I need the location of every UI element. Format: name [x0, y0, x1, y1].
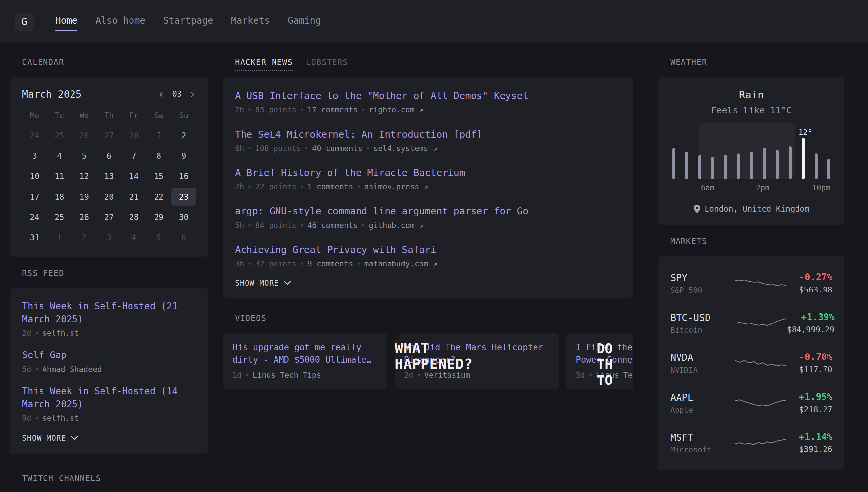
- calendar-day-selected[interactable]: 23: [172, 188, 196, 206]
- news-item-comments-link[interactable]: 1 comments: [308, 182, 353, 191]
- calendar-day[interactable]: 18: [47, 188, 72, 206]
- calendar-day[interactable]: 11: [47, 167, 72, 186]
- calendar-day[interactable]: 29: [146, 208, 171, 226]
- calendar-day[interactable]: 4: [47, 147, 72, 165]
- rss-show-more-button[interactable]: SHOW MORE: [22, 434, 78, 442]
- news-item-meta: 5h•84 points•46 comments•github.com ↗: [235, 221, 621, 229]
- calendar-day[interactable]: 25: [47, 208, 72, 226]
- calendar-day[interactable]: 6: [97, 147, 121, 165]
- calendar-day[interactable]: 5: [146, 228, 171, 247]
- news-item-source-link[interactable]: asimov.press ↗: [364, 182, 428, 191]
- calendar-day[interactable]: 3: [22, 147, 47, 165]
- rss-item-title-link[interactable]: This Week in Self-Hosted (14 March 2025): [22, 385, 196, 411]
- calendar-day[interactable]: 3: [97, 228, 121, 247]
- weather-location: London, United Kingdom: [670, 204, 833, 214]
- calendar-controls: ‹ 03 ›: [158, 88, 196, 100]
- calendar-next-icon[interactable]: ›: [189, 88, 196, 100]
- calendar-day[interactable]: 22: [146, 188, 171, 206]
- calendar-day[interactable]: 28: [122, 126, 146, 145]
- rss-item-meta: 5d•Ahmad Shadeed: [22, 365, 196, 374]
- markets-section-title: MARKETS: [670, 237, 844, 246]
- weather-feels-like: Feels like 11°C: [670, 105, 833, 116]
- tab-lobsters[interactable]: LOBSTERS: [306, 58, 348, 71]
- news-item-title-link[interactable]: argp: GNU-style command line argument pa…: [235, 205, 621, 217]
- video-channel[interactable]: Linus Tech Tips: [253, 371, 321, 379]
- news-item-comments-link[interactable]: 17 comments: [308, 105, 358, 114]
- news-item-source-link[interactable]: sel4.systems ↗: [373, 144, 437, 153]
- calendar-day[interactable]: 1: [47, 228, 72, 247]
- news-item-source-link[interactable]: righto.com ↗: [369, 105, 423, 114]
- news-item-source-link[interactable]: github.com ↗: [369, 221, 423, 229]
- market-row[interactable]: AAPL Apple +1.95% $218.27: [670, 383, 833, 423]
- calendar-day[interactable]: 12: [72, 167, 97, 186]
- meta-separator: •: [365, 144, 370, 153]
- nav-tab-home[interactable]: Home: [55, 12, 77, 31]
- calendar-day[interactable]: 31: [22, 228, 47, 247]
- rss-item-title-link[interactable]: Self Gap: [22, 348, 196, 362]
- app-logo[interactable]: G: [15, 13, 34, 31]
- market-row[interactable]: BTC-USD Bitcoin +1.39% $84,999.29: [670, 303, 833, 343]
- calendar-day[interactable]: 14: [122, 167, 146, 186]
- weather-widget: Rain Feels like 11°C 12° 6am2pm10pm Lond…: [658, 77, 844, 225]
- calendar-day[interactable]: 21: [122, 188, 146, 206]
- news-item-title-link[interactable]: Achieving Great Privacy with Safari: [235, 244, 621, 255]
- video-title-link[interactable]: His upgrade got me really dirty - AMD $5…: [232, 341, 378, 366]
- calendar-day[interactable]: 10: [22, 167, 47, 186]
- weather-temp-bar: [698, 155, 701, 179]
- calendar-day[interactable]: 6: [172, 228, 196, 247]
- market-row[interactable]: MSFT Microsoft +1.14% $391.26: [670, 423, 833, 463]
- nav-tab-startpage[interactable]: Startpage: [163, 12, 213, 31]
- calendar-day[interactable]: 7: [122, 147, 146, 165]
- calendar-section-title: CALENDAR: [22, 58, 208, 67]
- news-item-title-link[interactable]: A USB Interface to the "Mother of All De…: [235, 90, 621, 102]
- calendar-day[interactable]: 2: [172, 126, 196, 145]
- calendar-day[interactable]: 30: [172, 208, 196, 226]
- calendar-day[interactable]: 28: [122, 208, 146, 226]
- weather-temp-bar: [724, 155, 727, 179]
- news-item-source-link[interactable]: matanabudy.com ↗: [364, 260, 437, 268]
- calendar-day[interactable]: 27: [97, 126, 121, 145]
- calendar-day[interactable]: 9: [172, 147, 196, 165]
- weather-temp-bar: [815, 153, 818, 179]
- meta-separator: •: [247, 144, 252, 153]
- calendar-prev-icon[interactable]: ‹: [158, 88, 165, 100]
- main-content: CALENDAR March 2025 ‹ 03 › MoTuWeThFrSaS…: [0, 43, 868, 492]
- calendar-day[interactable]: 27: [97, 208, 121, 226]
- market-symbol-block: BTC-USD Bitcoin: [670, 312, 730, 335]
- market-value-block: +1.14% $391.26: [799, 431, 833, 454]
- market-sparkline: [734, 316, 787, 330]
- calendar-day[interactable]: 24: [22, 126, 47, 145]
- news-item-title-link[interactable]: The SeL4 Microkernel: An Introduction [p…: [235, 129, 621, 140]
- calendar-day[interactable]: 4: [122, 228, 146, 247]
- news-item-comments-link[interactable]: 40 comments: [312, 144, 362, 153]
- news-show-more-button[interactable]: SHOW MORE: [235, 279, 291, 287]
- calendar-day[interactable]: 5: [72, 147, 97, 165]
- calendar-day[interactable]: 19: [72, 188, 97, 206]
- calendar-day[interactable]: 8: [146, 147, 171, 165]
- tab-hacker-news[interactable]: HACKER NEWS: [235, 58, 293, 71]
- rss-item-title-link[interactable]: This Week in Self-Hosted (21 March 2025): [22, 300, 196, 325]
- calendar-day[interactable]: 15: [146, 167, 171, 186]
- calendar-day[interactable]: 2: [72, 228, 97, 247]
- calendar-day[interactable]: 26: [72, 208, 97, 226]
- external-link-icon: ↗: [419, 105, 424, 114]
- calendar-day[interactable]: 24: [22, 208, 47, 226]
- news-item-source: asimov.press: [364, 182, 419, 191]
- nav-tab-gaming[interactable]: Gaming: [288, 12, 321, 31]
- news-item-comments-link[interactable]: 46 comments: [308, 221, 358, 229]
- market-row[interactable]: SPY S&P 500 -0.27% $563.98: [670, 263, 833, 303]
- calendar-day[interactable]: 17: [22, 188, 47, 206]
- news-item-title-link[interactable]: A Brief History of the Miracle Bacterium: [235, 167, 621, 179]
- nav-tab-also-home[interactable]: Also home: [95, 12, 145, 31]
- meta-separator: •: [357, 260, 361, 268]
- calendar-day[interactable]: 1: [146, 126, 171, 145]
- calendar-weekday: Sa: [146, 108, 171, 124]
- market-row[interactable]: NVDA NVIDIA -0.70% $117.70: [670, 343, 833, 383]
- calendar-day[interactable]: 13: [97, 167, 121, 186]
- calendar-day[interactable]: 16: [172, 167, 196, 186]
- calendar-day[interactable]: 25: [47, 126, 72, 145]
- calendar-day[interactable]: 20: [97, 188, 121, 206]
- nav-tab-markets[interactable]: Markets: [231, 12, 270, 31]
- calendar-day[interactable]: 26: [72, 126, 97, 145]
- news-item-comments-link[interactable]: 9 comments: [308, 260, 353, 268]
